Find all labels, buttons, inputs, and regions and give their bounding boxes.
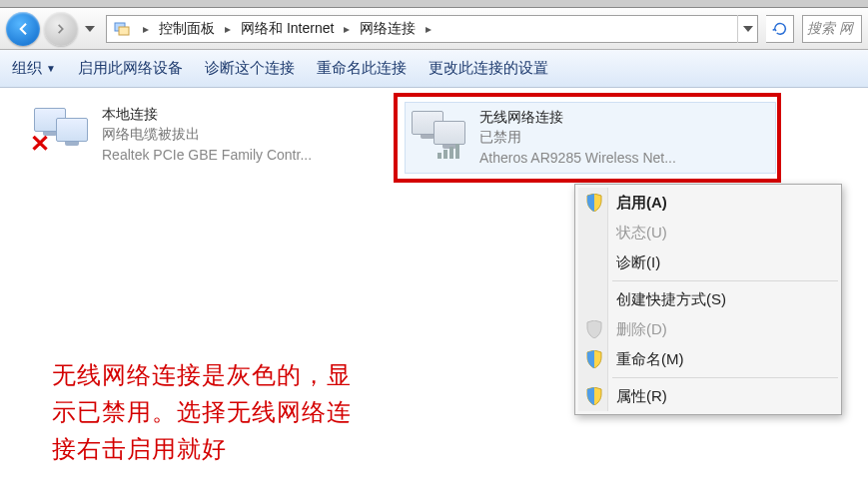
- toolbar-label: 重命名此连接: [317, 59, 407, 78]
- connection-text: 无线网络连接 已禁用 Atheros AR9285 Wireless Net..…: [479, 107, 676, 168]
- context-separator: [612, 280, 838, 281]
- wireless-connection-icon: [412, 107, 469, 155]
- arrow-left-icon: [14, 20, 32, 38]
- command-toolbar: 组织 ▼ 启用此网络设备 诊断这个连接 重命名此连接 更改此连接的设置: [0, 50, 868, 88]
- window-top-divider: [0, 0, 868, 8]
- toolbar-label: 启用此网络设备: [78, 59, 183, 78]
- connection-wireless[interactable]: 无线网络连接 已禁用 Atheros AR9285 Wireless Net..…: [405, 102, 776, 174]
- connection-title: 无线网络连接: [479, 107, 676, 127]
- shield-icon: [584, 193, 604, 213]
- toolbar-enable-device[interactable]: 启用此网络设备: [78, 59, 183, 78]
- nav-forward-button[interactable]: [44, 12, 78, 46]
- local-connection-icon: ✕: [34, 104, 92, 152]
- crumb-network-connections[interactable]: 网络连接: [356, 16, 420, 42]
- context-item-label: 启用(A): [616, 194, 667, 213]
- shield-icon: [584, 319, 604, 339]
- context-enable[interactable]: 启用(A): [578, 188, 838, 218]
- connection-device: Realtek PCIe GBE Family Contr...: [102, 145, 312, 165]
- toolbar-label: 更改此连接的设置: [429, 59, 548, 78]
- breadcrumb-separator: ▸: [420, 22, 437, 36]
- network-folder-icon: [111, 18, 133, 40]
- connection-status: 网络电缆被拔出: [102, 124, 312, 144]
- toolbar-organize[interactable]: 组织 ▼: [12, 59, 56, 78]
- svg-rect-1: [119, 27, 129, 35]
- connection-device: Atheros AR9285 Wireless Net...: [479, 148, 676, 168]
- search-placeholder-text: 搜索 网: [807, 20, 853, 38]
- toolbar-label: 诊断这个连接: [205, 59, 295, 78]
- nav-back-button[interactable]: [6, 12, 40, 46]
- context-item-label: 属性(R): [616, 387, 667, 406]
- navigation-bar: ▸ 控制面板 ▸ 网络和 Internet ▸ 网络连接 ▸ 搜索 网: [0, 8, 868, 50]
- context-item-label: 删除(D): [616, 320, 667, 339]
- toolbar-diagnose[interactable]: 诊断这个连接: [205, 59, 295, 78]
- connection-title: 本地连接: [102, 104, 312, 124]
- shield-icon: [584, 349, 604, 369]
- signal-bars-icon: [437, 144, 459, 159]
- context-diagnose[interactable]: 诊断(I): [578, 248, 838, 277]
- chevron-down-icon: ▼: [46, 63, 56, 74]
- chevron-down-icon: [85, 26, 95, 32]
- context-menu: 启用(A) 状态(U) 诊断(I) 创建快捷方式(S) 删除(D) 重命名(M): [574, 184, 842, 415]
- connections-pane: ✕ 本地连接 网络电缆被拔出 Realtek PCIe GBE Family C…: [0, 88, 868, 120]
- context-item-label: 诊断(I): [616, 253, 660, 272]
- context-item-label: 创建快捷方式(S): [616, 290, 726, 309]
- crumb-network-internet[interactable]: 网络和 Internet: [237, 16, 338, 42]
- context-separator: [612, 377, 838, 378]
- context-item-label: 状态(U): [616, 224, 667, 243]
- context-item-label: 重命名(M): [616, 350, 684, 369]
- unplugged-x-icon: ✕: [30, 130, 50, 158]
- address-history-dropdown[interactable]: [737, 15, 757, 43]
- arrow-right-icon: [54, 22, 68, 36]
- instruction-annotation: 无线网络连接是灰色的，显示已禁用。选择无线网络连接右击启用就好: [52, 357, 376, 469]
- context-properties[interactable]: 属性(R): [578, 381, 838, 411]
- breadcrumb-separator: ▸: [219, 22, 237, 36]
- toolbar-rename[interactable]: 重命名此连接: [317, 59, 407, 78]
- connection-text: 本地连接 网络电缆被拔出 Realtek PCIe GBE Family Con…: [102, 104, 312, 165]
- connection-local[interactable]: ✕ 本地连接 网络电缆被拔出 Realtek PCIe GBE Family C…: [34, 104, 394, 165]
- nav-history-dropdown[interactable]: [82, 12, 98, 46]
- context-status: 状态(U): [578, 218, 838, 248]
- breadcrumb-separator: ▸: [137, 22, 155, 36]
- crumb-control-panel[interactable]: 控制面板: [155, 16, 219, 42]
- toolbar-change-settings[interactable]: 更改此连接的设置: [429, 59, 548, 78]
- breadcrumb-address-bar[interactable]: ▸ 控制面板 ▸ 网络和 Internet ▸ 网络连接 ▸: [106, 15, 758, 43]
- context-delete: 删除(D): [578, 314, 838, 344]
- search-input[interactable]: 搜索 网: [802, 15, 862, 43]
- shield-icon: [584, 386, 604, 406]
- connection-status: 已禁用: [479, 127, 676, 147]
- toolbar-label: 组织: [12, 59, 42, 78]
- chevron-down-icon: [743, 26, 753, 32]
- context-create-shortcut[interactable]: 创建快捷方式(S): [578, 284, 838, 314]
- refresh-button[interactable]: [766, 15, 794, 43]
- refresh-icon: [772, 21, 788, 37]
- context-rename[interactable]: 重命名(M): [578, 344, 838, 374]
- breadcrumb-separator: ▸: [338, 22, 356, 36]
